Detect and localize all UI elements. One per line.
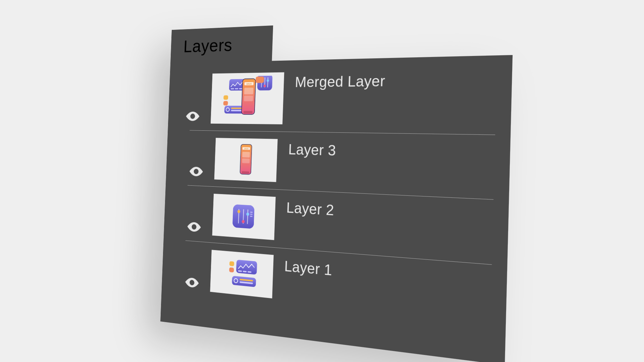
eye-icon [185, 277, 199, 288]
thumbnail-merged-icon [217, 75, 277, 121]
layer-thumbnail[interactable] [210, 250, 274, 298]
visibility-toggle[interactable] [184, 111, 201, 121]
layer-name[interactable]: Merged Layer [295, 72, 386, 90]
layer-thumbnail[interactable] [211, 72, 284, 124]
visibility-toggle[interactable] [184, 277, 200, 288]
panel-tab[interactable]: Layers [170, 25, 273, 63]
panel-title: Layers [183, 34, 233, 56]
layer-name[interactable]: Layer 3 [288, 141, 336, 159]
layer-row[interactable]: Merged Layer [168, 65, 512, 135]
eye-icon [187, 222, 201, 232]
layer-name[interactable]: Layer 2 [286, 199, 334, 219]
thumbnail-dashboard-icon [216, 253, 268, 294]
eye-icon [186, 111, 200, 121]
visibility-toggle[interactable] [188, 166, 204, 176]
thumbnail-phone-icon [220, 141, 271, 178]
layer-thumbnail[interactable] [214, 138, 278, 182]
layer-name[interactable]: Layer 1 [284, 258, 332, 279]
thumbnail-sliders-icon [218, 197, 269, 236]
eye-icon [189, 166, 203, 176]
layers-panel: Merged Layer Layer 3 [160, 55, 513, 362]
visibility-toggle[interactable] [186, 222, 202, 232]
layer-thumbnail[interactable] [212, 193, 275, 240]
